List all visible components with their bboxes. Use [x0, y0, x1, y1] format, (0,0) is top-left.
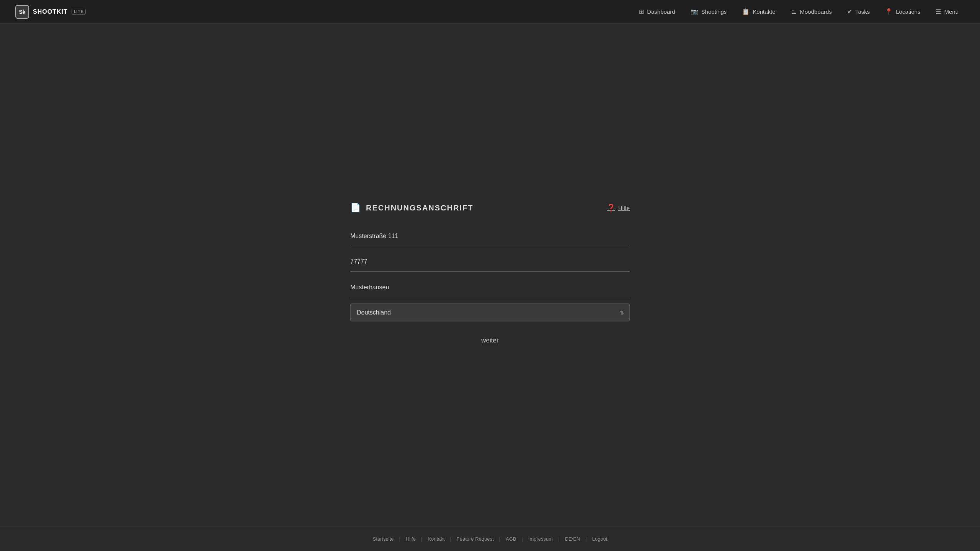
footer-link-agb[interactable]: AGB: [500, 536, 521, 542]
footer: Startseite | Hilfe | Kontakt | Feature R…: [0, 527, 980, 551]
dashboard-icon: ⊞: [639, 8, 644, 15]
footer-link-kontakt[interactable]: Kontakt: [422, 536, 450, 542]
footer-link-feature-request[interactable]: Feature Request: [451, 536, 499, 542]
footer-link-logout[interactable]: Logout: [587, 536, 613, 542]
nav-label-moodboards: Moodboards: [800, 8, 832, 15]
form-title: RECHNUNGSANSCHRIFT: [366, 204, 473, 212]
nav-item-tasks[interactable]: ✔ Tasks: [841, 5, 876, 18]
nav-item-locations[interactable]: 📍 Locations: [879, 5, 926, 18]
nav-item-menu[interactable]: ☰ Menu: [929, 5, 965, 18]
brand-logo: Sk: [15, 5, 29, 19]
nav-label-menu: Menu: [944, 8, 959, 15]
camera-icon: 📷: [691, 8, 698, 15]
nav-label-dashboard: Dashboard: [647, 8, 675, 15]
footer-link-impressum[interactable]: Impressum: [523, 536, 558, 542]
help-link[interactable]: ❓ Hilfe: [607, 204, 630, 212]
menu-icon: ☰: [936, 8, 941, 15]
nav-item-dashboard[interactable]: ⊞ Dashboard: [633, 5, 681, 18]
moodboards-icon: 🗂: [791, 8, 797, 15]
country-select[interactable]: Deutschland Österreich Schweiz: [350, 303, 630, 321]
country-field: Deutschland Österreich Schweiz ⇅: [350, 303, 630, 321]
main-content: 📄 RECHNUNGSANSCHRIFT ❓ Hilfe Deutschland…: [0, 24, 980, 527]
nav-item-shootings[interactable]: 📷 Shootings: [684, 5, 733, 18]
nav-label-kontakte: Kontakte: [753, 8, 775, 15]
footer-links: Startseite | Hilfe | Kontakt | Feature R…: [15, 536, 965, 542]
navbar: Sk SHOOTKIT LITE ⊞ Dashboard 📷 Shootings…: [0, 0, 980, 24]
brand-badge: LITE: [72, 9, 86, 15]
form-title-group: 📄 RECHNUNGSANSCHRIFT: [350, 203, 473, 213]
contacts-icon: 📋: [742, 8, 750, 15]
nav-item-moodboards[interactable]: 🗂 Moodboards: [785, 5, 838, 18]
city-field: [350, 278, 630, 303]
tasks-icon: ✔: [847, 8, 852, 15]
submit-button[interactable]: weiter: [474, 334, 506, 347]
nav-item-kontakte[interactable]: 📋 Kontakte: [736, 5, 781, 18]
zip-field: [350, 252, 630, 278]
form-title-icon: 📄: [350, 203, 361, 213]
zip-input[interactable]: [350, 252, 630, 272]
street-input[interactable]: [350, 227, 630, 246]
city-input[interactable]: [350, 278, 630, 297]
nav-label-shootings: Shootings: [701, 8, 727, 15]
footer-link-startseite[interactable]: Startseite: [368, 536, 399, 542]
form-header: 📄 RECHNUNGSANSCHRIFT ❓ Hilfe: [350, 203, 630, 213]
footer-link-language[interactable]: DE/EN: [560, 536, 586, 542]
brand-name: SHOOTKIT: [33, 8, 68, 15]
navbar-nav: ⊞ Dashboard 📷 Shootings 📋 Kontakte 🗂 Moo…: [633, 5, 965, 18]
footer-link-hilfe[interactable]: Hilfe: [400, 536, 421, 542]
street-field: [350, 227, 630, 252]
nav-label-locations: Locations: [896, 8, 920, 15]
help-icon: ❓: [607, 204, 615, 212]
help-label: Hilfe: [618, 205, 630, 211]
brand: Sk SHOOTKIT LITE: [15, 5, 86, 19]
locations-icon: 📍: [885, 8, 893, 15]
nav-label-tasks: Tasks: [855, 8, 870, 15]
submit-wrapper: weiter: [350, 334, 630, 347]
form-container: 📄 RECHNUNGSANSCHRIFT ❓ Hilfe Deutschland…: [350, 203, 630, 347]
